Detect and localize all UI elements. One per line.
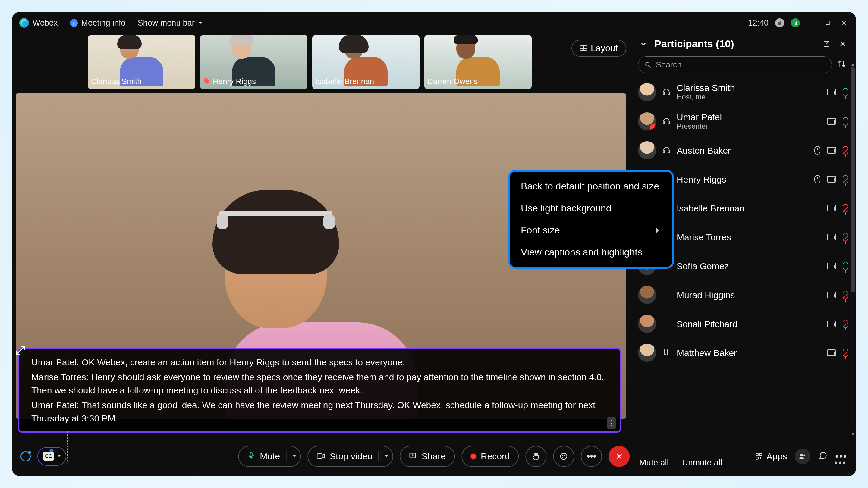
share-button[interactable]: Share xyxy=(400,446,455,467)
network-status-icon[interactable] xyxy=(791,19,800,27)
search-placeholder: Search xyxy=(656,60,682,70)
chat-button[interactable] xyxy=(818,451,827,462)
participant-row[interactable]: Murad Higgins xyxy=(638,281,848,310)
participant-row[interactable]: Sonali Pitchard xyxy=(638,310,848,338)
chevron-down-icon[interactable] xyxy=(292,455,296,459)
scrollbar-thumb[interactable] xyxy=(851,67,855,293)
mic-muted-icon xyxy=(203,77,210,86)
stop-video-label: Stop video xyxy=(330,451,373,461)
menu-item-font-size[interactable]: Font size xyxy=(510,219,672,241)
captions-more-button[interactable]: ⋮ xyxy=(607,417,616,429)
video-thumb[interactable]: Clarissa Smith xyxy=(88,35,195,89)
popout-panel-button[interactable] xyxy=(821,38,832,50)
svg-rect-4 xyxy=(826,21,830,25)
show-menu-bar-button[interactable]: Show menu bar xyxy=(138,19,203,28)
svg-point-40 xyxy=(801,454,803,456)
camera-icon xyxy=(827,89,836,96)
scroll-down-icon[interactable]: ▼ xyxy=(850,431,855,436)
participants-button[interactable] xyxy=(795,449,810,464)
participant-name: Austen Baker xyxy=(677,145,808,156)
record-button[interactable]: Record xyxy=(461,446,519,467)
window-minimize-button[interactable] xyxy=(807,18,816,28)
share-icon xyxy=(409,451,417,461)
meeting-info-button[interactable]: Meeting info xyxy=(70,19,126,28)
scroll-up-icon[interactable]: ▲ xyxy=(850,61,855,66)
svg-rect-29 xyxy=(317,454,322,458)
video-thumb[interactable]: Henry Riggs xyxy=(200,35,307,89)
video-thumb[interactable]: Isabelle Brennan xyxy=(312,35,420,89)
chevron-right-icon xyxy=(656,228,661,233)
svg-rect-16 xyxy=(668,92,670,94)
resize-handle-icon[interactable] xyxy=(15,345,26,356)
menu-item-light-bg[interactable]: Use light background xyxy=(510,197,672,219)
presenter-badge-icon: ▸ xyxy=(650,124,656,130)
microphone-icon xyxy=(843,146,848,155)
window-close-button[interactable] xyxy=(839,18,849,28)
menu-item-view-captions[interactable]: View captions and highlights xyxy=(510,241,672,263)
svg-marker-30 xyxy=(322,454,324,458)
apps-label: Apps xyxy=(767,451,787,461)
collapse-panel-button[interactable] xyxy=(638,38,649,50)
microphone-icon xyxy=(247,451,255,461)
scrollbar[interactable] xyxy=(851,67,855,431)
svg-rect-0 xyxy=(794,24,794,25)
microphone-icon xyxy=(843,349,848,357)
camera-icon xyxy=(827,118,836,125)
menu-item-label: Font size xyxy=(521,225,560,236)
title-bar: Webex Meeting info Show menu bar 12:40 xyxy=(12,12,856,34)
participant-name: Matthew Baker xyxy=(677,348,821,358)
caption-text: OK Webex, create an action item for Henr… xyxy=(82,357,405,367)
menu-item-reset[interactable]: Back to default position and size xyxy=(510,175,672,197)
svg-rect-2 xyxy=(796,22,797,25)
raise-hand-button[interactable] xyxy=(526,446,547,467)
svg-rect-37 xyxy=(756,453,758,456)
video-thumb[interactable]: Darren Owens xyxy=(424,35,532,89)
assistant-icon[interactable] xyxy=(21,451,31,461)
participants-search-input[interactable]: Search xyxy=(638,56,832,73)
avatar xyxy=(638,315,656,333)
chevron-down-icon[interactable] xyxy=(385,455,389,459)
close-panel-button[interactable] xyxy=(837,38,848,50)
svg-rect-39 xyxy=(756,457,758,459)
reactions-button[interactable] xyxy=(553,446,575,467)
record-label: Record xyxy=(481,451,510,461)
microphone-icon xyxy=(843,233,848,241)
microphone-icon xyxy=(843,88,848,96)
camera-icon xyxy=(827,321,836,327)
window-maximize-button[interactable] xyxy=(823,18,832,28)
caption-line: Marise Torres: Henry should ask everyone… xyxy=(31,370,613,397)
camera-icon xyxy=(316,451,325,461)
participant-row[interactable]: ▸Umar PatelPresenter xyxy=(638,107,848,136)
svg-rect-18 xyxy=(668,121,670,124)
apps-button[interactable]: Apps xyxy=(755,451,787,461)
lock-status-icon[interactable] xyxy=(775,19,784,27)
panel-title: Participants (10) xyxy=(654,38,734,50)
participant-name: Murad Higgins xyxy=(677,290,821,300)
clock: 12:40 xyxy=(748,19,769,28)
captions-toggle-button[interactable]: CC xyxy=(37,447,66,466)
svg-point-13 xyxy=(646,62,649,66)
svg-rect-17 xyxy=(663,121,665,124)
caption-line: Umar Patel: OK Webex, create an action i… xyxy=(31,356,613,369)
participant-name: Henry Riggs xyxy=(677,174,808,184)
stop-video-button[interactable]: Stop video xyxy=(307,446,393,467)
info-icon xyxy=(70,19,78,27)
sort-button[interactable] xyxy=(837,59,848,70)
layout-button[interactable]: Layout xyxy=(571,40,626,57)
app-brand[interactable]: Webex xyxy=(19,18,58,28)
toolbar-more-button[interactable]: ••• xyxy=(835,451,847,461)
mute-button[interactable]: Mute xyxy=(238,446,301,467)
participant-row[interactable]: Matthew Baker xyxy=(638,338,848,367)
thumb-name: Clarissa Smith xyxy=(91,77,142,86)
participant-row[interactable]: Clarissa SmithHost, me xyxy=(638,77,848,107)
app-window: Webex Meeting info Show menu bar 12:40 xyxy=(12,12,856,476)
show-menu-label: Show menu bar xyxy=(138,19,195,28)
end-meeting-button[interactable] xyxy=(609,446,630,467)
captions-box[interactable]: Umar Patel: OK Webex, create an action i… xyxy=(18,348,621,433)
avatar xyxy=(638,344,656,362)
participant-row[interactable]: Austen Baker xyxy=(638,136,848,165)
svg-point-34 xyxy=(564,455,565,456)
cc-icon: CC xyxy=(43,452,54,461)
participant-name: Marise Torres xyxy=(677,232,821,242)
more-options-button[interactable]: ••• xyxy=(581,446,602,467)
